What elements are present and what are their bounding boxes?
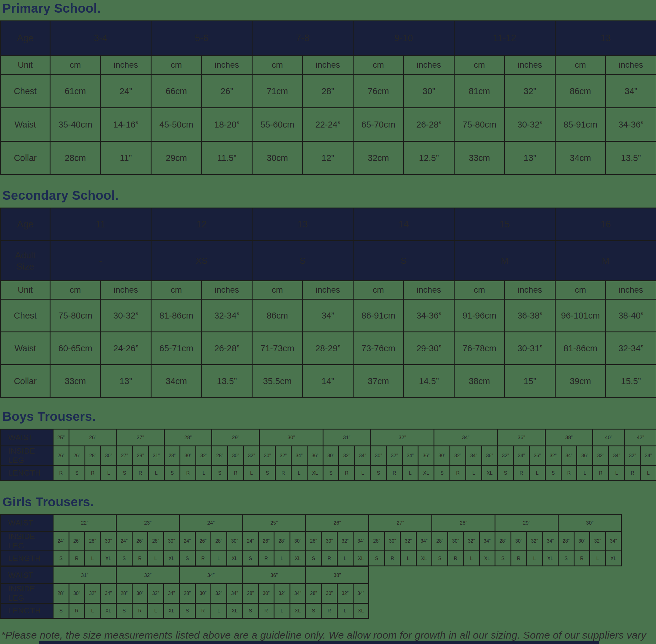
measurement-cell: 26” bbox=[202, 75, 252, 108]
age-header-cell: 13 bbox=[555, 21, 656, 56]
length-cell: XL bbox=[100, 551, 116, 566]
adult-size-cell: S bbox=[353, 241, 454, 281]
unit-cell: cm bbox=[252, 281, 303, 299]
measurement-cell: 55-60cm bbox=[252, 108, 303, 141]
measurement-cell: 71cm bbox=[252, 75, 303, 108]
length-cell: S bbox=[180, 551, 195, 566]
length-cell: S bbox=[434, 466, 450, 481]
waist-group-cell: 25” bbox=[53, 429, 69, 446]
inside-leg-cell: 30” bbox=[259, 446, 275, 466]
unit-cell: cm bbox=[454, 56, 505, 75]
measurement-cell: 38cm bbox=[454, 365, 505, 398]
inside-leg-cell: 30” bbox=[164, 531, 180, 551]
measurement-cell: 18-20” bbox=[202, 108, 252, 141]
inside-leg-cell: 28” bbox=[306, 584, 322, 603]
inside-leg-cell: 24” bbox=[53, 531, 69, 551]
waist-group-cell: 23” bbox=[116, 515, 180, 531]
waist-group-cell: 28” bbox=[432, 515, 495, 531]
measurement-cell: 81cm bbox=[454, 75, 505, 108]
inside-leg-cell: 32” bbox=[243, 446, 259, 466]
length-cell: L bbox=[211, 551, 227, 566]
measurement-cell: 30-32” bbox=[505, 108, 555, 141]
unit-cell: inches bbox=[202, 56, 252, 75]
length-cell: S bbox=[117, 466, 133, 481]
inside-leg-cell: 28” bbox=[211, 531, 227, 551]
girls-trousers-title: Girls Trousers. bbox=[0, 494, 656, 509]
measurement-cell: 34cm bbox=[151, 365, 202, 398]
girls-trousers-size-table-lower: WAIST31”32”34”36”38”INSIDE LEG28”30”32”3… bbox=[0, 567, 369, 619]
length-cell: L bbox=[466, 466, 482, 481]
length-row-label: LENGTH bbox=[1, 466, 53, 481]
inside-leg-cell: 26” bbox=[258, 531, 274, 551]
secondary-school-title: Secondary School. bbox=[0, 188, 656, 203]
inside-leg-row-label: INSIDE LEG bbox=[1, 584, 53, 603]
inside-leg-cell: 28” bbox=[53, 584, 69, 603]
unit-cell: inches bbox=[202, 281, 252, 299]
age-row-label: Age bbox=[1, 21, 50, 56]
measurement-cell: 38-40” bbox=[606, 299, 656, 332]
inside-leg-cell: 30” bbox=[321, 584, 337, 603]
measurement-cell: 45-50cm bbox=[151, 108, 202, 141]
age-header-cell: 3-4 bbox=[50, 21, 151, 56]
age-header-cell: 5-6 bbox=[151, 21, 252, 56]
length-cell: L bbox=[85, 603, 101, 618]
inside-leg-cell: 24” bbox=[180, 531, 195, 551]
inside-leg-cell: 32” bbox=[339, 446, 355, 466]
measurement-cell: 26-28” bbox=[202, 332, 252, 365]
inside-leg-cell: 30” bbox=[448, 531, 464, 551]
measurement-cell: 24-26” bbox=[101, 332, 151, 365]
length-cell: L bbox=[148, 466, 164, 481]
measurement-cell: 33cm bbox=[50, 365, 101, 398]
inside-leg-cell: 30” bbox=[384, 531, 400, 551]
age-header-cell: 12 bbox=[151, 208, 252, 241]
unit-cell: cm bbox=[151, 281, 202, 299]
length-cell: L bbox=[85, 551, 101, 566]
measurement-cell: 13” bbox=[101, 365, 151, 398]
inside-leg-cell: 26” bbox=[132, 531, 148, 551]
adult-size-cell: - bbox=[50, 241, 151, 281]
unit-cell: inches bbox=[404, 56, 454, 75]
measurement-cell: 32cm bbox=[353, 141, 404, 175]
measurement-cell: 35.5cm bbox=[252, 365, 303, 398]
measurement-cell: 37cm bbox=[353, 365, 404, 398]
age-header-cell: 7-8 bbox=[252, 21, 353, 56]
waist-group-cell: 42” bbox=[625, 429, 656, 446]
unit-cell: cm bbox=[454, 281, 505, 299]
inside-leg-cell: 36” bbox=[577, 446, 593, 466]
unit-row-label: Unit bbox=[1, 56, 50, 75]
primary-school-size-table: Age3-45-67-89-1011-1213Unitcminchescminc… bbox=[0, 20, 656, 175]
measurement-cell: 35-40cm bbox=[50, 108, 101, 141]
waist-group-cell: 31” bbox=[53, 567, 116, 584]
inside-leg-cell: 34” bbox=[164, 584, 180, 603]
length-cell: R bbox=[69, 603, 85, 618]
measurement-cell: 11” bbox=[101, 141, 151, 175]
length-cell: L bbox=[148, 603, 164, 618]
measurement-cell: 34-36” bbox=[606, 108, 656, 141]
measurement-cell: 32-34” bbox=[202, 299, 252, 332]
unit-row-label: Unit bbox=[1, 281, 50, 299]
length-cell: XL bbox=[542, 551, 558, 566]
length-cell: R bbox=[85, 466, 101, 481]
length-cell: L bbox=[243, 466, 259, 481]
inside-leg-cell: 34” bbox=[542, 531, 558, 551]
inside-leg-cell: 24” bbox=[116, 531, 132, 551]
girls-trousers-size-table-upper: WAIST22”23”24”25”26”27”28”29”30”INSIDE L… bbox=[0, 514, 622, 567]
unit-cell: cm bbox=[252, 56, 303, 75]
inside-leg-cell: 26” bbox=[53, 446, 69, 466]
inside-leg-cell: 28” bbox=[85, 531, 101, 551]
measurement-cell: 22-24” bbox=[303, 108, 353, 141]
inside-leg-cell: 32” bbox=[337, 531, 353, 551]
length-cell: S bbox=[116, 551, 132, 566]
waist-group-cell: 36” bbox=[242, 567, 306, 584]
waist-group-cell: 29” bbox=[212, 429, 259, 446]
inside-leg-cell: 34” bbox=[416, 531, 432, 551]
measurement-cell: 14-16” bbox=[101, 108, 151, 141]
inside-leg-cell: 32” bbox=[337, 584, 353, 603]
length-cell: XL bbox=[100, 603, 116, 618]
measurement-cell: 24” bbox=[101, 75, 151, 108]
inside-leg-cell: 32” bbox=[527, 531, 543, 551]
measurement-cell: 75-80cm bbox=[50, 299, 101, 332]
unit-cell: inches bbox=[505, 56, 555, 75]
measurement-row-label: Waist bbox=[1, 108, 50, 141]
inside-leg-cell: 28” bbox=[148, 531, 164, 551]
